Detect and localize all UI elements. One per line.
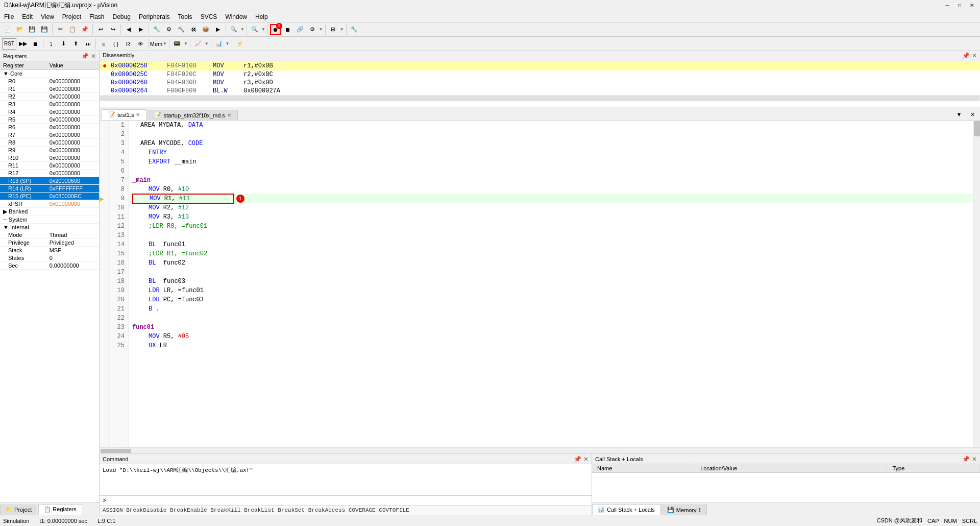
cut-button[interactable]: ✂ (55, 24, 66, 35)
build-btn2[interactable]: ⚙ (163, 24, 175, 35)
tab-project[interactable]: 📁 Project (0, 505, 37, 515)
tab-registers[interactable]: 📋 Registers (38, 504, 82, 515)
tab-startup-close[interactable]: ✕ (227, 112, 231, 118)
paste-button[interactable]: 📌 (79, 24, 90, 35)
copy-button[interactable]: 📋 (67, 24, 78, 35)
mem-btn[interactable]: Mem (151, 38, 162, 50)
menu-window[interactable]: Window (221, 12, 251, 21)
code-dropdown-btn[interactable]: ▼ (953, 109, 965, 120)
redo-button[interactable]: ↪ (107, 24, 118, 35)
layout-btn[interactable]: ⊞ (328, 24, 339, 35)
menu-peripherals[interactable]: Peripherals (135, 12, 174, 21)
new-button[interactable]: 📄 (2, 24, 13, 35)
save-button[interactable]: 💾 (27, 24, 38, 35)
dis-ops-1: r2,#0x0C (243, 71, 273, 78)
menu-help[interactable]: Help (251, 12, 272, 21)
watch-btn[interactable]: 👁 (135, 38, 146, 50)
disassembly-pin[interactable]: 📌 (962, 52, 970, 60)
link-button[interactable]: 🔗 (295, 24, 306, 35)
dis-row-3[interactable]: 0x08000264 F000F809 BL.W 0x0800027A (100, 87, 980, 95)
minimize-button[interactable]: ─ (943, 2, 951, 10)
search-dropdown[interactable]: ▼ (240, 27, 244, 32)
registers-close[interactable]: ✕ (91, 53, 96, 60)
open-button[interactable]: 📂 (14, 24, 26, 35)
ind-24 (100, 332, 108, 341)
disasm-btn[interactable]: ≡ (98, 38, 109, 50)
step-out-btn[interactable]: ⬆ (70, 38, 81, 50)
tools-btn[interactable]: 🔧 (349, 24, 360, 35)
title-controls[interactable]: ─ □ ✕ (943, 2, 976, 10)
tab-callstack[interactable]: 📊 Call Stack + Locals (592, 504, 660, 515)
close-button[interactable]: ✕ (968, 2, 976, 10)
ind-3 (100, 139, 108, 148)
build-btn1[interactable]: 🔧 (151, 24, 162, 35)
sep14 (190, 39, 190, 49)
sym-btn[interactable]: { } (110, 38, 121, 50)
menu-svcs[interactable]: SVCS (197, 12, 222, 21)
record-button[interactable]: ⏺2 (270, 24, 281, 35)
command-input[interactable] (108, 497, 589, 504)
tab-memory1[interactable]: 💾 Memory 1 (662, 505, 707, 515)
tab-test1s[interactable]: 📝 test1.s ✕ (102, 109, 146, 120)
error-badge-9: 1 (236, 195, 244, 203)
disassembly-close[interactable]: ✕ (972, 52, 977, 60)
menu-project[interactable]: Project (58, 12, 85, 21)
search-btn[interactable]: 🔍 (228, 24, 239, 35)
code-content[interactable]: AREA MYDATA, DATA AREA MYCODE, CODE ENTR… (129, 121, 973, 447)
reset-btn[interactable]: RST (2, 38, 16, 50)
code-vscroll-thumb[interactable] (974, 121, 980, 136)
settings-btn[interactable]: ⚙ (307, 24, 318, 35)
build-btn6[interactable]: ▶ (212, 24, 224, 35)
stop-button[interactable]: ⏹ (282, 24, 293, 35)
code-line-18: BL func03 (129, 277, 973, 286)
build-btn3[interactable]: 🔨 (176, 24, 187, 35)
build-btn4[interactable]: 🛠 (188, 24, 199, 35)
command-close[interactable]: ✕ (583, 456, 589, 463)
menu-debug[interactable]: Debug (109, 12, 135, 21)
perf-btn[interactable]: 📊 (213, 38, 225, 50)
menu-edit[interactable]: Edit (18, 12, 37, 21)
nav-back-button[interactable]: ◀ (123, 24, 134, 35)
tab-test1s-close[interactable]: ✕ (136, 112, 140, 117)
callstack-pin[interactable]: 📌 (962, 456, 970, 463)
run-btn[interactable]: ▶▶ (17, 38, 29, 50)
stop-btn[interactable]: ⏹ (30, 38, 41, 50)
reg-val-14: 0x20000600 (46, 177, 99, 185)
undo-button[interactable]: ↩ (95, 24, 106, 35)
trace-btn[interactable]: 📈 (192, 38, 204, 50)
code-hscrollbar[interactable] (100, 447, 980, 453)
tab-startup[interactable]: 📝 startup_stm32f10x_md.s ✕ (148, 110, 237, 120)
menu-flash[interactable]: Flash (85, 12, 108, 21)
menu-tools[interactable]: Tools (174, 12, 197, 21)
disassembly-scrollbar[interactable] (100, 95, 980, 101)
save-all-button[interactable]: 💾 (39, 24, 50, 35)
command-pin[interactable]: 📌 (574, 456, 581, 463)
ind-7 (100, 176, 108, 185)
code-close-btn[interactable]: ✕ (967, 109, 978, 120)
menu-file[interactable]: File (0, 12, 18, 21)
registers-pin[interactable]: 📌 (81, 53, 89, 60)
step-into-btn[interactable]: ⬇ (58, 38, 69, 50)
dis-row-2[interactable]: 0x08000260 F04F030D MOV r3,#0x0D (100, 79, 980, 87)
callstack-close[interactable]: ✕ (972, 456, 977, 463)
cs-col-type: Type (887, 464, 980, 473)
maximize-button[interactable]: □ (955, 2, 964, 10)
dis-row-1[interactable]: 0x0800025C F04F020C MOV r2,#0x0C (100, 70, 980, 79)
debug-btn1[interactable]: 🔍 (249, 24, 260, 35)
dis-row-current[interactable]: ● 0x08000258 F04F010B MOV r1,#0x0B (100, 61, 980, 70)
menu-view[interactable]: View (37, 12, 58, 21)
run-to-btn[interactable]: ⏭ (82, 38, 93, 50)
reg-name-6: R5 (0, 116, 46, 124)
ln-4: 4 (109, 148, 129, 157)
nav-fwd-button[interactable]: ▶ (135, 24, 146, 35)
reg-val-23: MSP (46, 247, 99, 254)
extra-btn[interactable]: ⚡ (234, 38, 246, 50)
ind-23 (100, 323, 108, 332)
build-btn5[interactable]: 📦 (200, 24, 211, 35)
tab-test1s-label: test1.s (117, 112, 134, 118)
step-over-btn[interactable]: ⤵ (45, 38, 57, 50)
reg-view-btn[interactable]: R (122, 38, 134, 50)
code-hscroll-thumb[interactable] (101, 449, 131, 453)
serial-btn[interactable]: 📟 (172, 38, 183, 50)
code-vscrollbar[interactable] (973, 121, 980, 447)
